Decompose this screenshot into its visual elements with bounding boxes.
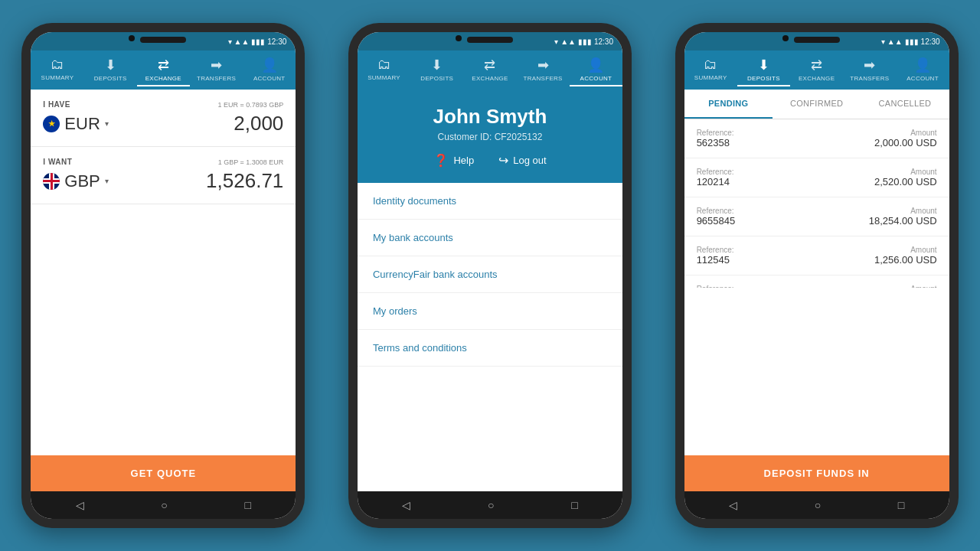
eur-flag: ★ bbox=[43, 116, 60, 132]
deposit-item-3: Reference: 112545 Amount 1,256.00 USD bbox=[684, 236, 949, 276]
gbp-flag bbox=[43, 173, 60, 190]
nav-summary-2[interactable]: 🗂 SUMMARY bbox=[358, 57, 410, 86]
ref-label-2: Reference: bbox=[697, 207, 736, 215]
signal-icon: ▾ bbox=[228, 37, 232, 46]
phone-exchange: ▾ ▲▲ ▮▮▮ 12:30 🗂 SUMMARY ⬇ DEPOSITS ⇄ EX… bbox=[21, 23, 305, 528]
home-btn-3[interactable]: ○ bbox=[815, 499, 821, 511]
nav-deposits-label-1: DEPOSITS bbox=[94, 75, 127, 82]
help-icon: ❓ bbox=[433, 153, 449, 168]
nav-summary-label-1: SUMMARY bbox=[41, 74, 74, 81]
account-menu-list: Identity documents My bank accounts Curr… bbox=[358, 183, 622, 491]
nav-transfers-label-2: TRANSFERS bbox=[524, 75, 563, 82]
nav-transfers-2[interactable]: ➡ TRANSFERS bbox=[517, 57, 570, 86]
nav-bar-2: 🗂 SUMMARY ⬇ DEPOSITS ⇄ EXCHANGE ➡ TRANSF… bbox=[358, 51, 622, 90]
ref-value-3: 112545 bbox=[697, 254, 734, 266]
ref-value-0: 562358 bbox=[697, 137, 734, 148]
deposit-funds-button[interactable]: DEPOSIT FUNDS IN bbox=[684, 455, 949, 491]
android-nav-3: ◁ ○ □ bbox=[684, 491, 949, 519]
nav-account-2[interactable]: 👤 ACCOUNT bbox=[570, 57, 622, 86]
nav-deposits-label-3: DEPOSITS bbox=[747, 75, 780, 82]
nav-exchange-1[interactable]: ⇄ EXCHANGE bbox=[137, 57, 190, 86]
summary-icon-2: 🗂 bbox=[377, 57, 391, 73]
account-header: John Smyth Customer ID: CF2025132 ❓ Help… bbox=[358, 90, 622, 183]
want-currency: GBP bbox=[64, 171, 100, 191]
want-amount: 1,526.71 bbox=[206, 169, 283, 193]
menu-item-terms[interactable]: Terms and conditions bbox=[358, 330, 622, 367]
nav-deposits-label-2: DEPOSITS bbox=[420, 75, 453, 82]
transfers-icon-1: ➡ bbox=[211, 57, 222, 73]
deposits-tabs: PENDING CONFIRMED CANCELLED bbox=[684, 90, 949, 119]
nav-transfers-1[interactable]: ➡ TRANSFERS bbox=[190, 57, 243, 86]
help-button[interactable]: ❓ Help bbox=[433, 153, 474, 168]
android-nav-2: ◁ ○ □ bbox=[358, 491, 622, 519]
summary-icon-1: 🗂 bbox=[51, 57, 64, 73]
nav-deposits-2[interactable]: ⬇ DEPOSITS bbox=[410, 57, 463, 86]
account-icon-3: 👤 bbox=[914, 57, 931, 73]
account-menu: Identity documents My bank accounts Curr… bbox=[358, 183, 622, 491]
summary-icon-3: 🗂 bbox=[704, 57, 717, 73]
amount-value-1: 2,520.00 USD bbox=[874, 176, 937, 187]
exchange-panel: I HAVE 1 EUR = 0.7893 GBP ★ EUR ▾ 2,000 bbox=[31, 90, 296, 272]
account-icon-2: 👤 bbox=[587, 57, 604, 73]
menu-item-identity[interactable]: Identity documents bbox=[358, 183, 622, 220]
get-quote-button[interactable]: GET QUOTE bbox=[31, 455, 296, 491]
exchange-icon-3: ⇄ bbox=[811, 57, 822, 73]
phone-account: ▾ ▲▲ ▮▮▮ 12:30 🗂 SUMMARY ⬇ DEPOSITS ⇄ EX… bbox=[348, 23, 632, 528]
recent-btn-3[interactable]: □ bbox=[898, 499, 904, 511]
nav-account-label-1: ACCOUNT bbox=[253, 75, 286, 82]
wifi-icon: ▲▲ bbox=[234, 37, 250, 46]
nav-account-3[interactable]: 👤 ACCOUNT bbox=[896, 57, 949, 86]
exchange-content: I HAVE 1 EUR = 0.7893 GBP ★ EUR ▾ 2,000 bbox=[31, 90, 296, 491]
tab-cancelled[interactable]: CANCELLED bbox=[861, 90, 949, 119]
nav-transfers-label-1: TRANSFERS bbox=[197, 75, 236, 82]
nav-exchange-2[interactable]: ⇄ EXCHANGE bbox=[463, 57, 516, 86]
want-caret: ▾ bbox=[105, 177, 109, 185]
time-display: 12:30 bbox=[267, 37, 286, 46]
amount-value-3: 1,256.00 USD bbox=[874, 254, 937, 266]
android-nav-1: ◁ ○ □ bbox=[31, 491, 296, 519]
deposit-item-4: Reference: 562358 Amount 700.00 USD bbox=[684, 276, 949, 288]
nav-account-label-3: ACCOUNT bbox=[906, 75, 939, 82]
nav-exchange-label-2: EXCHANGE bbox=[472, 75, 508, 82]
want-currency-selector[interactable]: GBP ▾ bbox=[43, 171, 108, 191]
tab-confirmed[interactable]: CONFIRMED bbox=[773, 90, 861, 119]
back-btn-2[interactable]: ◁ bbox=[402, 499, 410, 511]
nav-deposits-3[interactable]: ⬇ DEPOSITS bbox=[737, 57, 790, 86]
ref-label-1: Reference: bbox=[697, 168, 734, 176]
deposit-item-0: Reference: 562358 Amount 2,000.00 USD bbox=[684, 119, 949, 158]
nav-summary-1[interactable]: 🗂 SUMMARY bbox=[31, 57, 83, 86]
exchange-icon-1: ⇄ bbox=[158, 57, 169, 73]
recent-btn-2[interactable]: □ bbox=[571, 499, 577, 511]
signal-icon-3: ▾ bbox=[881, 37, 885, 46]
logout-button[interactable]: ↪ Log out bbox=[498, 153, 546, 168]
back-btn-3[interactable]: ◁ bbox=[729, 499, 737, 511]
i-have-label: I HAVE bbox=[43, 100, 70, 109]
nav-exchange-label-1: EXCHANGE bbox=[145, 75, 181, 82]
recent-btn-1[interactable]: □ bbox=[245, 499, 251, 511]
menu-item-bank-accounts[interactable]: My bank accounts bbox=[358, 220, 622, 256]
phone-deposits: ▾ ▲▲ ▮▮▮ 12:30 🗂 SUMMARY ⬇ DEPOSITS ⇄ EX… bbox=[675, 23, 959, 528]
i-want-label: I WANT bbox=[43, 158, 72, 166]
wifi-icon-2: ▲▲ bbox=[560, 37, 576, 46]
transfers-icon-3: ➡ bbox=[864, 57, 875, 73]
deposits-content: Reference: 562358 Amount 2,000.00 USD Re… bbox=[684, 119, 949, 491]
have-currency-selector[interactable]: ★ EUR ▾ bbox=[43, 114, 108, 134]
amount-label-1: Amount bbox=[874, 168, 937, 176]
nav-transfers-3[interactable]: ➡ TRANSFERS bbox=[843, 57, 896, 86]
menu-item-currencyfair[interactable]: CurrencyFair bank accounts bbox=[358, 256, 622, 293]
i-want-rate: 1 GBP = 1.3008 EUR bbox=[218, 158, 284, 166]
amount-value-0: 2,000.00 USD bbox=[874, 137, 937, 148]
signal-icon-2: ▾ bbox=[554, 37, 558, 46]
nav-deposits-1[interactable]: ⬇ DEPOSITS bbox=[84, 57, 137, 86]
battery-icon: ▮▮▮ bbox=[251, 37, 265, 46]
nav-summary-label-2: SUMMARY bbox=[368, 74, 400, 81]
account-icon-1: 👤 bbox=[261, 57, 278, 73]
home-btn-1[interactable]: ○ bbox=[161, 499, 167, 511]
menu-item-orders[interactable]: My orders bbox=[358, 293, 622, 330]
nav-exchange-3[interactable]: ⇄ EXCHANGE bbox=[790, 57, 843, 86]
nav-summary-3[interactable]: 🗂 SUMMARY bbox=[684, 57, 737, 86]
back-btn-1[interactable]: ◁ bbox=[76, 499, 84, 511]
tab-pending[interactable]: PENDING bbox=[684, 90, 773, 119]
home-btn-2[interactable]: ○ bbox=[488, 499, 494, 511]
nav-account-1[interactable]: 👤 ACCOUNT bbox=[243, 57, 296, 86]
